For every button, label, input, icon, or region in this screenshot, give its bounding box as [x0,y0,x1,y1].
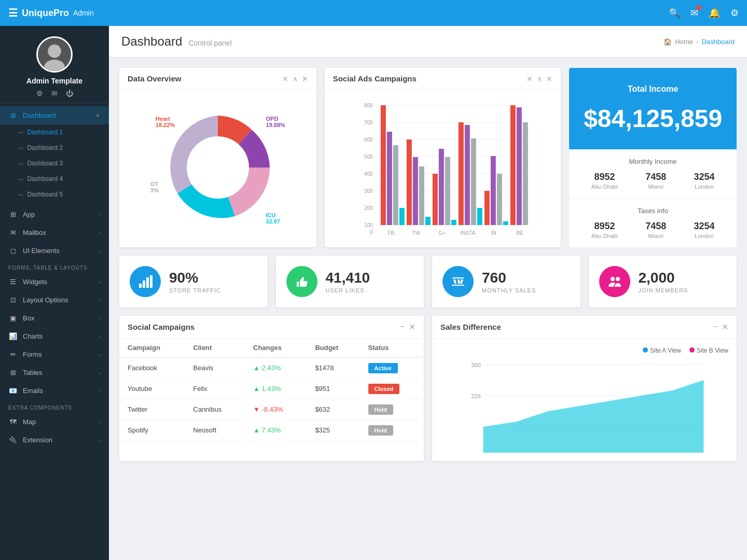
svg-rect-52 [150,275,153,288]
nav-item-mailbox[interactable]: ✉ Mailbox › [0,223,109,242]
social-ads-actions: ✕ ∧ ✕ [527,75,552,83]
box-icon: ▣ [8,314,18,322]
col-status: Status [360,339,424,357]
close-icon[interactable]: ✕ [302,75,308,83]
nav-item-dashboard[interactable]: ⊞ Dashboard ▼ [0,106,109,124]
avatar [36,36,73,73]
nav-charts-label: Charts [23,332,43,340]
search-icon[interactable]: 🔍 [669,7,680,19]
svg-rect-36 [484,191,489,225]
nav-section-header-forms: FORMS, TABLE & LAYOUTS [0,260,109,273]
nav-item-box[interactable]: ▣ Box › [0,309,109,327]
nav-item-app[interactable]: ⊞ App › [0,205,109,223]
table-row: Youtube Felix ▲ 1.43% $951 Closed [119,379,424,399]
minimize-icon[interactable]: ∧ [293,75,298,83]
nav-tables-label: Tables [23,369,43,376]
data-overview-header: Data Overview ✕ ∧ ✕ [119,68,316,90]
svg-text:500: 500 [364,154,373,160]
ui-icon: ◻ [8,247,18,255]
city-abudhabi-taxes: 8952 Abu Dhabi [591,221,618,239]
sidebar-item-dashboard3[interactable]: ••• Dashboard 3 [0,156,109,171]
stat-members-info: 2,000 JOIN MEMBERS [639,270,688,293]
sub-label-dashboard1: Dashboard 1 [27,129,63,136]
emails-icon: 📧 [8,387,18,395]
svg-point-0 [48,45,61,58]
bell-icon[interactable]: 🔔 [709,7,720,19]
hamburger-icon[interactable]: ☰ [8,7,18,19]
table-row: Spotify Neosoft ▲ 7.43% $325 Hold [119,420,424,441]
city-abudhabi-name: Abu Dhabi [591,184,618,190]
sub-label-dashboard3: Dashboard 3 [27,160,63,167]
campaigns-minimize[interactable]: − [400,322,405,332]
income-amount: $84,125,859 [584,104,722,133]
svg-rect-23 [399,208,404,225]
collapse-icon[interactable]: ✕ [282,75,288,83]
col-client: Client [185,339,245,357]
nav-item-forms[interactable]: ✏ Forms › [0,345,109,363]
minimize-icon2[interactable]: ∧ [537,75,542,83]
nav-item-ui[interactable]: ◻ UI Elements › [0,242,109,260]
svg-rect-39 [503,221,508,225]
nav-item-emails[interactable]: 📧 Emails › [0,382,109,400]
sidebar-profile: Admin Template ⚙ ✉ ⏻ [0,26,109,103]
breadcrumb-home[interactable]: Home [675,38,693,46]
svg-rect-20 [380,105,385,225]
stat-user-likes: 41,410 USER LIKES [276,256,424,307]
svg-point-1 [44,60,65,73]
city-abudhabi-monthly: 8952 Abu Dhabi [591,172,618,190]
svg-text:BE: BE [516,230,523,236]
settings-icon[interactable]: ⚙ [730,7,739,19]
monthly-sales-icon [442,266,474,297]
sales-title: Sales Difference [440,323,501,331]
stat-sales-value: 760 [482,270,536,286]
cell-change: ▲ 7.43% [245,420,307,441]
profile-settings-icon[interactable]: ⚙ [36,89,43,97]
svg-text:INSTA: INSTA [460,230,475,236]
cell-client: Felix [185,379,245,399]
sales-close[interactable]: ✕ [722,322,728,332]
sidebar-item-dashboard2[interactable]: ••• Dashboard 2 [0,140,109,156]
svg-text:200: 200 [364,205,373,211]
campaigns-close[interactable]: ✕ [409,322,416,332]
legend-dot-b [689,347,695,353]
col-changes: Changes [245,339,307,357]
main-content: Dashboard Control panel 🏠 Home › Dashboa… [109,26,747,560]
nav-item-map[interactable]: 🗺 Map › [0,413,109,431]
svg-rect-28 [432,174,437,225]
page-subtitle: Control panel [188,39,231,47]
dot-icon: ••• [19,161,23,166]
close-icon2[interactable]: ✕ [546,75,552,83]
sidebar-item-dashboard5[interactable]: ••• Dashboard 5 [0,187,109,202]
collapse-icon2[interactable]: ✕ [527,75,533,83]
city-abudhabi-val: 8952 [591,172,618,183]
profile-mail-icon[interactable]: ✉ [51,89,58,97]
col-budget: Budget [307,339,359,357]
forms-arrow: › [99,352,101,358]
nav-item-widgets[interactable]: ☰ Widgets › [0,273,109,291]
nav-item-extension[interactable]: 🔌 Extension › [0,431,109,449]
nav-item-charts[interactable]: 📊 Charts › [0,327,109,345]
svg-text:TW: TW [412,230,420,236]
taxes-label: Taxes info [577,207,728,215]
profile-power-icon[interactable]: ⏻ [66,89,73,97]
mailbox-arrow: › [99,230,101,236]
sidebar-item-dashboard1[interactable]: ••• Dashboard 1 [0,124,109,140]
svg-rect-42 [522,122,528,225]
taxes-abudhabi-val: 8952 [591,221,618,232]
stat-store-label: STORE TRAFFIC [169,287,221,293]
stat-likes-label: USER LIKES [326,287,370,293]
page-title-area: Dashboard Control panel [121,34,232,49]
svg-rect-30 [445,157,450,225]
table-row: Facebook Beavis ▲ 2.43% $1478 Active [119,357,424,379]
nav-extension-label: Extension [23,436,52,444]
sidebar-item-dashboard4[interactable]: ••• Dashboard 4 [0,171,109,187]
data-overview-title: Data Overview [128,74,181,83]
mail-icon[interactable]: ✉ [690,7,698,19]
nav-item-tables[interactable]: ⊞ Tables › [0,363,109,382]
emails-arrow: › [99,388,101,394]
nav-item-layout[interactable]: ⊡ Layout Options › [0,291,109,309]
sales-minimize[interactable]: − [713,322,717,332]
nav-layout-label: Layout Options [23,296,68,304]
extension-arrow: › [99,437,101,443]
svg-rect-51 [146,277,149,288]
